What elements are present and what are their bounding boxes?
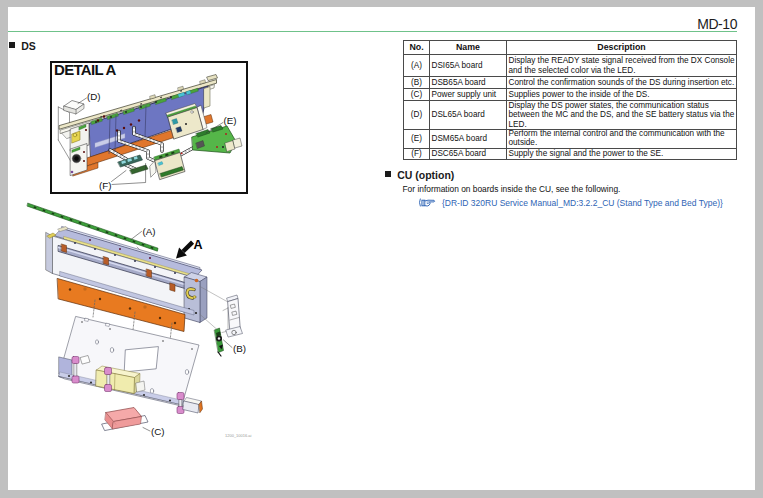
svg-text:A: A bbox=[193, 238, 202, 252]
svg-text:(C): (C) bbox=[151, 426, 165, 437]
svg-text:(F): (F) bbox=[99, 180, 112, 191]
svg-text:(A): (A) bbox=[143, 226, 156, 237]
svg-text:DETAIL A: DETAIL A bbox=[54, 61, 116, 78]
svg-text:1200_10016.ai: 1200_10016.ai bbox=[225, 433, 252, 438]
svg-text:(B): (B) bbox=[233, 343, 246, 354]
svg-text:(D): (D) bbox=[87, 91, 101, 102]
svg-text:(E): (E) bbox=[224, 115, 237, 126]
